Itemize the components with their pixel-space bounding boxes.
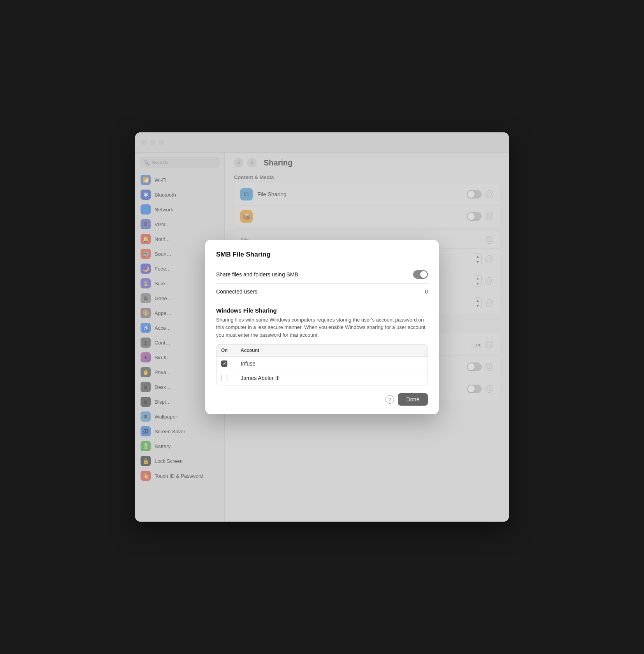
mac-window: 🔍 Search 📶 Wi-Fi ✱ Bluetooth 🌐 Network 🖥… (135, 132, 509, 522)
checkbox-james[interactable] (221, 375, 233, 381)
connected-users-label: Connected users (216, 288, 257, 295)
col-header-on: On (221, 348, 233, 353)
windows-section-desc: Sharing files with some Windows computer… (216, 316, 428, 339)
smb-toggle[interactable] (413, 270, 428, 279)
modal-row-connected-users: Connected users 0 (216, 284, 428, 299)
help-button[interactable]: ? (385, 395, 394, 404)
modal-windows-section: Windows File Sharing Sharing files with … (216, 307, 428, 386)
windows-users-table: On Account Infuse James Abeler III (216, 344, 428, 385)
modal-overlay: SMB File Sharing Share files and folders… (135, 132, 509, 522)
smb-toggle-knob (420, 271, 427, 278)
checkbox-infuse[interactable] (221, 360, 233, 367)
windows-section-title: Windows File Sharing (216, 307, 428, 314)
connected-users-value: 0 (425, 288, 428, 295)
modal-smb-section: Share files and folders using SMB Connec… (216, 265, 428, 299)
modal-footer: ? Done (216, 393, 428, 406)
modal: SMB File Sharing Share files and folders… (205, 240, 439, 415)
account-james: James Abeler III (241, 375, 423, 381)
modal-title: SMB File Sharing (216, 251, 428, 258)
checkbox-james-box[interactable] (221, 375, 227, 381)
table-row: Infuse (216, 357, 428, 371)
table-row: James Abeler III (216, 371, 428, 385)
modal-row-smb-toggle: Share files and folders using SMB (216, 265, 428, 284)
col-header-account: Account (241, 348, 423, 353)
done-button[interactable]: Done (398, 393, 428, 406)
checkbox-infuse-box[interactable] (221, 360, 227, 367)
table-header: On Account (216, 345, 428, 357)
smb-toggle-label: Share files and folders using SMB (216, 271, 298, 278)
account-infuse: Infuse (241, 360, 423, 367)
